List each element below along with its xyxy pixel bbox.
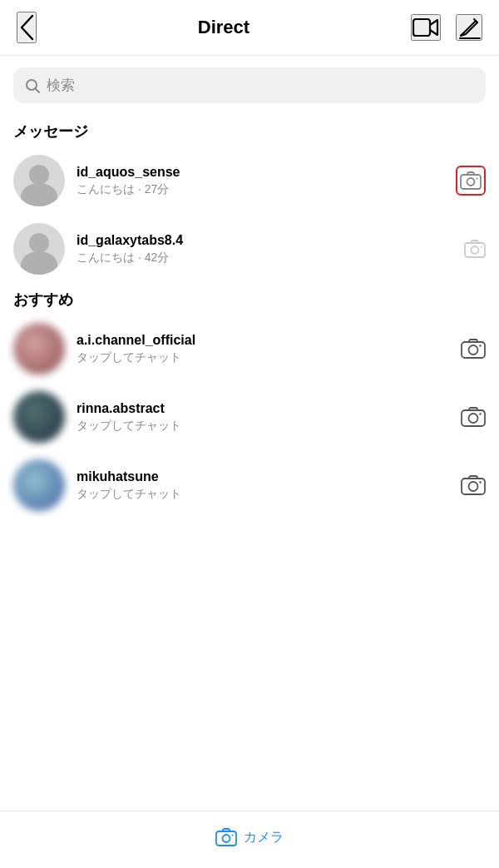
item-info: id_galaxytabs8.4 こんにちは · 42分 [77,233,464,265]
svg-point-4 [477,178,478,180]
search-bar[interactable]: 検索 [13,67,486,103]
messages-section-label: メッセージ [0,115,499,146]
camera-icon-button[interactable] [461,473,486,498]
suggested-item[interactable]: mikuhatsune タップしてチャット [0,451,499,519]
avatar [13,459,65,511]
svg-point-18 [223,835,230,842]
svg-point-6 [472,246,479,254]
compose-button[interactable] [456,14,482,41]
bottom-bar-label: カメラ [244,829,284,846]
svg-point-19 [232,835,234,836]
avatar [13,323,65,374]
camera-icon-button[interactable] [461,404,486,429]
username: id_aquos_sense [77,165,456,180]
suggested-section-label: おすすめ [0,283,499,315]
camera-icon-button[interactable] [464,238,486,260]
item-info: id_aquos_sense こんにちは · 27分 [77,165,456,197]
suggested-item[interactable]: rinna.abstract タップしてチャット [0,383,499,451]
item-subtitle: こんにちは · 27分 [77,182,456,197]
camera-icon-highlighted-button[interactable] [456,166,486,196]
username: a.i.channel_official [77,333,461,348]
back-button[interactable] [17,12,37,43]
svg-rect-8 [462,342,485,358]
item-subtitle: タップしてチャット [77,419,461,434]
bottom-bar[interactable]: カメラ [0,811,499,868]
item-info: rinna.abstract タップしてチャット [77,401,461,434]
video-camera-button[interactable] [411,14,441,41]
bottom-camera-icon [215,826,237,848]
item-subtitle: タップしてチャット [77,487,461,502]
username: rinna.abstract [77,401,461,416]
svg-rect-5 [465,243,485,257]
message-item[interactable]: id_galaxytabs8.4 こんにちは · 42分 [0,215,499,283]
username: id_galaxytabs8.4 [77,233,464,248]
avatar [13,155,65,206]
avatar [13,391,65,443]
search-placeholder: 検索 [47,76,75,95]
header: Direct [0,0,499,56]
page-title: Direct [198,17,250,38]
search-icon [25,78,40,93]
header-icons [411,14,482,41]
item-info: a.i.channel_official タップしてチャット [77,333,461,365]
suggested-item[interactable]: a.i.channel_official タップしてチャット [0,315,499,383]
svg-rect-17 [216,831,236,846]
svg-point-10 [479,345,481,346]
svg-point-15 [469,482,478,491]
svg-point-3 [467,178,475,186]
svg-rect-11 [462,410,485,426]
svg-rect-2 [461,175,481,189]
svg-point-7 [481,246,482,248]
item-subtitle: こんにちは · 42分 [77,250,464,265]
camera-icon-button[interactable] [461,336,486,361]
item-subtitle: タップしてチャット [77,350,461,365]
message-item[interactable]: id_aquos_sense こんにちは · 27分 [0,146,499,215]
svg-rect-0 [413,19,430,36]
svg-point-12 [469,414,478,423]
svg-point-13 [479,413,481,414]
item-info: mikuhatsune タップしてチャット [77,469,461,502]
avatar [13,223,65,275]
svg-point-16 [479,481,481,483]
svg-point-1 [27,80,37,90]
username: mikuhatsune [77,469,461,484]
svg-rect-14 [462,479,485,494]
svg-point-9 [469,345,478,355]
